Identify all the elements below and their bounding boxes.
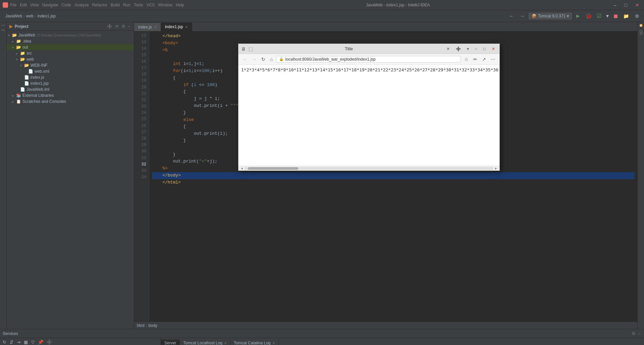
services-header-icons: ⚙ – [631, 330, 641, 337]
structure-sidebar-icon[interactable]: Z [1, 28, 6, 32]
code-line-34 [152, 186, 635, 193]
tree-root[interactable]: ▾ 📂 JavaWeb D:\Adobe Dreamweaver CS6\Jav… [7, 32, 134, 38]
output-tab-localhost[interactable]: Tomcat Localhost Log ✕ [180, 340, 230, 345]
svc-expand-btn[interactable]: ⇵ [8, 339, 15, 345]
svc-refresh-btn[interactable]: ↻ [1, 339, 8, 345]
collapse-icon[interactable]: – [127, 23, 131, 29]
project-sidebar-icon[interactable]: 1 [1, 23, 6, 27]
add-icon[interactable]: ➕ [106, 23, 113, 29]
svc-collapse-btn[interactable]: ⇥ [15, 339, 22, 345]
code-menu[interactable]: Code [61, 3, 71, 7]
nav-forward-btn[interactable]: → [251, 56, 258, 63]
tree-scratches[interactable]: ▸ 📋 Scratches and Consoles [7, 98, 134, 105]
tree-web[interactable]: ▾ 📂 web [7, 56, 134, 62]
breadcrumb-file[interactable]: index1.jsp [38, 14, 56, 18]
tree-external-libs[interactable]: ▸ 📚 External Libraries [7, 92, 134, 98]
tree-idea[interactable]: ▸ 📁 .idea [7, 38, 134, 44]
notification-dot [640, 24, 642, 27]
nav-back-button[interactable]: ← [507, 12, 516, 20]
sync-icon[interactable]: ⇄ [114, 23, 119, 29]
breadcrumb-path: html › body [134, 322, 637, 329]
tab-index1jsp-close[interactable]: ✕ [185, 25, 188, 29]
refactor-menu[interactable]: Refactor [92, 3, 107, 7]
minimize-button[interactable]: – [612, 2, 619, 8]
output-tab-catalina-close[interactable]: ✕ [272, 341, 275, 345]
project-structure-button[interactable]: 📁 [621, 12, 631, 20]
tree-out[interactable]: ▾ 📂 out [7, 44, 134, 50]
url-bar[interactable]: 🔒 localhost:8080/JavaWeb_war_exploded/in… [276, 56, 461, 63]
annotate-btn[interactable]: ✏ [472, 56, 479, 63]
run-button[interactable]: ► [574, 12, 582, 20]
browser-close-window-btn[interactable]: ✕ [490, 46, 497, 52]
vcs-menu[interactable]: VCS [147, 3, 155, 7]
view-menu[interactable]: View [30, 3, 39, 7]
help-menu[interactable]: Help [176, 3, 184, 7]
analyze-menu[interactable]: Analyze [74, 3, 89, 7]
tree-src[interactable]: ▸ 📁 src [7, 50, 134, 56]
services-toolbar: ↻ ⇵ ⇥ ▦ ▽ 📌 ➕ [0, 338, 161, 345]
breadcrumb-web[interactable]: web [26, 14, 34, 18]
tree-webxml[interactable]: ▸ 📄 web.xml [7, 68, 134, 74]
services-collapse-icon[interactable]: – [638, 330, 641, 337]
debug-button[interactable]: 🐞 [584, 12, 593, 20]
output-tab-localhost-label: Tomcat Localhost Log [183, 341, 222, 345]
output-tab-catalina[interactable]: Tomcat Catalina Log ✕ [230, 340, 278, 345]
browser-dropdown-btn[interactable]: ▾ [465, 46, 471, 52]
edit-menu[interactable]: Edit [20, 3, 27, 7]
more-btn[interactable]: ⋯ [489, 56, 497, 63]
tab-bar: index.js ✕ index1.jsp ✕ [134, 22, 637, 31]
tree-webinf[interactable]: ▾ 📂 WEB-INF [7, 62, 134, 68]
left-sidebar: 1 Z [0, 22, 7, 329]
tab-indexjs[interactable]: index.js ✕ [134, 22, 161, 31]
file-menu[interactable]: File [10, 3, 16, 7]
build-menu[interactable]: Build [111, 3, 120, 7]
share-btn[interactable]: ↗ [481, 56, 487, 63]
svc-add-btn[interactable]: ➕ [45, 339, 53, 345]
close-button[interactable]: ✕ [633, 2, 641, 8]
project-tree: ▾ 📂 JavaWeb D:\Adobe Dreamweaver CS6\Jav… [7, 31, 134, 329]
tomcat-selector[interactable]: 📦 Tomcat 9.0.371 ▾ [529, 13, 572, 19]
bc-html[interactable]: html [137, 323, 145, 328]
browser-detach-icon[interactable]: ⬚ [249, 46, 253, 52]
bookmark-btn[interactable]: ☆ [463, 56, 470, 63]
scroll-left-btn[interactable]: ◄ [239, 166, 245, 170]
output-tab-localhost-close[interactable]: ✕ [224, 341, 227, 345]
scroll-thumb[interactable] [248, 167, 298, 170]
browser-minimize-btn[interactable]: – [473, 46, 479, 52]
svc-pin-btn[interactable]: 📌 [37, 339, 45, 345]
tools-menu[interactable]: Tools [134, 3, 143, 7]
browser-close-btn[interactable]: ✕ [445, 46, 451, 52]
project-panel: ▶ Project ➕ ⇄ ⚙ – ▾ 📂 JavaWeb D:\Adobe D… [7, 22, 134, 329]
breadcrumb-project[interactable]: JavaWeb [5, 14, 22, 18]
browser-scrollbar[interactable]: ◄ ► [238, 166, 499, 170]
tree-javaweb-iml[interactable]: ▸ 📄 JavaWeb.iml [7, 86, 134, 92]
services-right: Server Tomcat Localhost Log ✕ Tomcat Cat… [161, 338, 644, 345]
restore-button[interactable]: □ [623, 2, 629, 8]
nav-back-btn[interactable]: ← [241, 56, 249, 63]
tree-indexjs[interactable]: ▸ 📄 index.js [7, 74, 134, 80]
stop-button[interactable]: ◼ [612, 12, 619, 20]
browser-new-tab-btn[interactable]: ➕ [454, 46, 463, 52]
coverage-button[interactable]: ☑ [595, 12, 603, 20]
tree-index1jsp[interactable]: ▸ 📄 index1.jsp [7, 80, 134, 86]
run-menu[interactable]: Run [123, 3, 130, 7]
nav-refresh-btn[interactable]: ↻ [260, 56, 267, 63]
settings-icon[interactable]: ⚙ [121, 23, 126, 29]
services-settings-icon[interactable]: ⚙ [631, 330, 636, 337]
dropdown-run-button[interactable]: ▾ [605, 12, 610, 20]
tab-indexjs-close[interactable]: ✕ [154, 25, 157, 29]
browser-restore-btn[interactable]: □ [482, 46, 487, 52]
scroll-track[interactable] [245, 167, 493, 170]
svc-filter-btn[interactable]: ▽ [30, 339, 36, 345]
scroll-right-btn[interactable]: ► [493, 166, 499, 170]
bc-body[interactable]: body [149, 323, 157, 328]
svc-group-btn[interactable]: ▦ [22, 339, 29, 345]
nav-home-btn[interactable]: ⌂ [269, 56, 274, 63]
tab-index1jsp[interactable]: index1.jsp ✕ [161, 22, 192, 31]
navigate-menu[interactable]: Navigate [42, 3, 58, 7]
settings-button[interactable]: ⚙ [633, 12, 641, 20]
window-menu[interactable]: Window [158, 3, 172, 7]
output-tab-server[interactable]: Server [161, 340, 180, 345]
database-icon[interactable]: DB [638, 29, 644, 36]
nav-forward-button[interactable]: → [518, 12, 527, 20]
